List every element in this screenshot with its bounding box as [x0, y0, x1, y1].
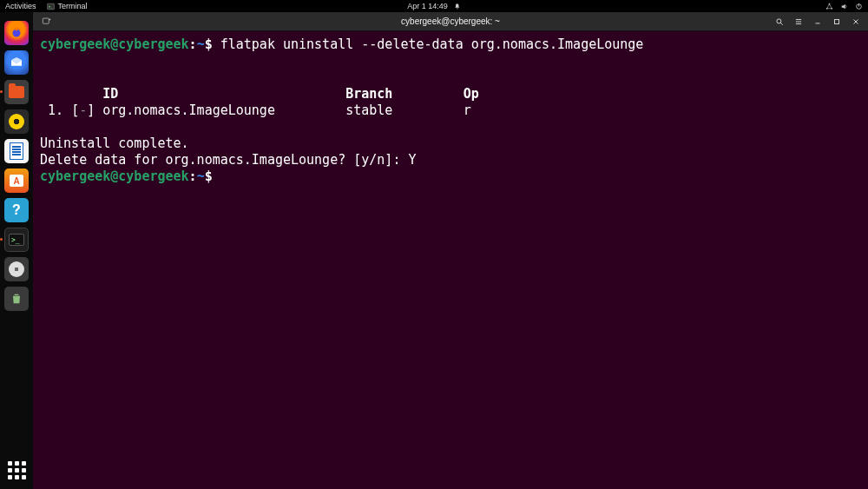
notification-bell-icon[interactable] [453, 3, 461, 10]
disc-icon [9, 261, 24, 277]
hamburger-icon [794, 17, 803, 26]
search-icon [775, 17, 784, 26]
window-title: cybergeek@cybergeek: ~ [401, 17, 500, 26]
minimize-icon [813, 17, 822, 26]
document-icon [10, 142, 23, 160]
ps1-path: ~ [197, 36, 205, 52]
col-id: ID [102, 86, 118, 102]
ps1-user-host: cybergeek@cybergeek [40, 36, 189, 52]
col-branch: Branch [345, 86, 392, 102]
terminal-output[interactable]: cybergeek@cybergeek:~$ flatpak uninstall… [33, 31, 868, 489]
thunderbird-icon [9, 55, 24, 70]
entered-command-text: flatpak uninstall --delete-data org.noma… [220, 36, 644, 52]
dock-removable-disk[interactable] [4, 257, 29, 281]
terminal-headerbar: cybergeek@cybergeek: ~ [33, 12, 868, 31]
entered-command [213, 36, 220, 52]
ps1-symbol-2: $ [205, 169, 213, 184]
dock-ubuntu-software[interactable] [4, 169, 29, 193]
dock-files[interactable] [4, 80, 29, 104]
trash-icon [10, 292, 23, 306]
ps1-symbol: $ [205, 36, 213, 52]
maximize-button[interactable] [828, 14, 845, 30]
panel-app-name: Terminal [58, 2, 88, 10]
svg-point-11 [777, 18, 781, 23]
svg-rect-17 [835, 19, 839, 23]
menu-button[interactable] [790, 14, 807, 30]
row-op: r [464, 102, 471, 118]
new-tab-icon [42, 17, 51, 26]
row-flag-close: ] [87, 102, 95, 118]
ps1-user-host-2: cybergeek@cybergeek [40, 169, 189, 184]
panel-app-menu[interactable]: >_ Terminal [47, 2, 88, 10]
delete-data-answer: Y [408, 152, 416, 168]
ps1-path-2: ~ [197, 169, 205, 184]
svg-text:>_: >_ [48, 3, 52, 8]
network-icon [825, 3, 833, 10]
svg-rect-8 [43, 18, 49, 23]
panel-system-menu[interactable] [825, 3, 863, 10]
dock-firefox[interactable] [4, 21, 29, 45]
svg-line-12 [780, 23, 783, 25]
col-op: Op [464, 86, 479, 102]
ps1-sep: : [189, 36, 197, 52]
row-flag-open: [ [71, 102, 79, 118]
power-icon [855, 3, 863, 10]
dock-thunderbird[interactable] [4, 50, 29, 75]
show-applications-button[interactable] [4, 458, 29, 482]
close-icon [852, 17, 860, 26]
terminal-icon [9, 234, 24, 246]
terminal-icon: >_ [47, 3, 55, 10]
panel-clock[interactable]: Apr 1 14:49 [407, 2, 448, 10]
row-index: 1. [40, 102, 63, 118]
firefox-icon [9, 25, 24, 41]
new-tab-button[interactable] [36, 14, 56, 30]
minimize-button[interactable] [809, 14, 826, 30]
terminal-window: cybergeek@cybergeek: ~ cybergeek@cyberge… [33, 12, 868, 489]
dock-terminal[interactable] [4, 228, 29, 252]
uninstall-complete: Uninstall complete. [40, 135, 189, 151]
delete-data-prompt: Delete data for org.nomacs.ImageLounge? … [40, 152, 408, 168]
row-flag-dash: - [79, 102, 87, 118]
dock: ? [0, 12, 33, 489]
row-id: org.nomacs.ImageLounge [102, 102, 275, 118]
close-button[interactable] [847, 14, 865, 30]
dock-rhythmbox[interactable] [4, 109, 29, 134]
row-branch: stable [345, 102, 392, 118]
maximize-icon [832, 17, 841, 26]
folder-icon [9, 86, 24, 98]
ps1-sep-2: : [189, 169, 197, 184]
activities-button[interactable]: Activities [5, 2, 36, 10]
dock-trash[interactable] [4, 287, 29, 311]
speaker-icon [9, 114, 24, 129]
shopping-bag-icon [10, 175, 23, 187]
gnome-top-panel: Activities >_ Terminal Apr 1 14:49 [0, 0, 868, 12]
search-button[interactable] [771, 14, 788, 30]
dock-help[interactable]: ? [4, 198, 29, 222]
question-icon: ? [12, 202, 21, 218]
dock-libreoffice-writer[interactable] [4, 139, 29, 163]
volume-icon [840, 3, 848, 10]
